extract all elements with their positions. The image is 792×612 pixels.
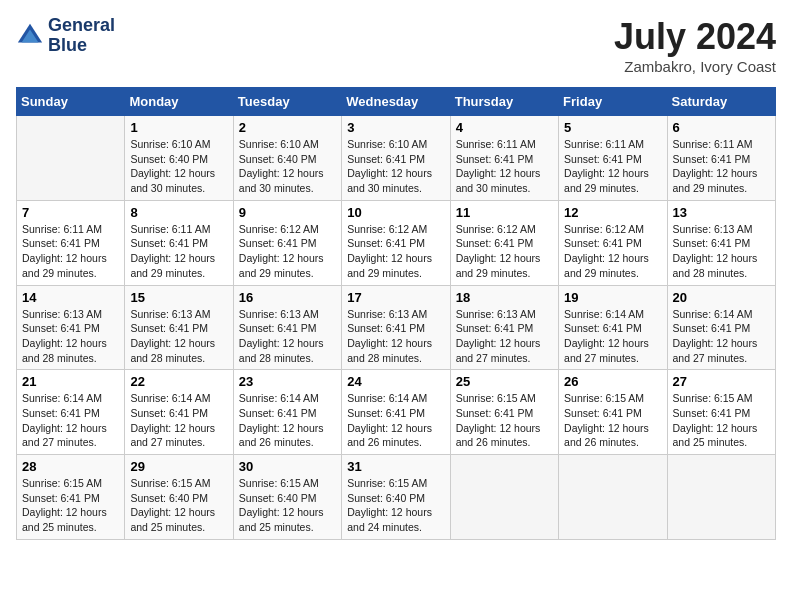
day-info: Sunrise: 6:11 AMSunset: 6:41 PMDaylight:… [22,222,119,281]
day-number: 10 [347,205,444,220]
day-info: Sunrise: 6:12 AMSunset: 6:41 PMDaylight:… [564,222,661,281]
day-info: Sunrise: 6:13 AMSunset: 6:41 PMDaylight:… [239,307,336,366]
calendar-cell [559,455,667,540]
day-number: 26 [564,374,661,389]
calendar-cell [17,116,125,201]
day-number: 3 [347,120,444,135]
day-info: Sunrise: 6:13 AMSunset: 6:41 PMDaylight:… [456,307,553,366]
day-info: Sunrise: 6:10 AMSunset: 6:40 PMDaylight:… [239,137,336,196]
calendar-week-row: 1Sunrise: 6:10 AMSunset: 6:40 PMDaylight… [17,116,776,201]
calendar-cell: 2Sunrise: 6:10 AMSunset: 6:40 PMDaylight… [233,116,341,201]
day-number: 14 [22,290,119,305]
day-info: Sunrise: 6:11 AMSunset: 6:41 PMDaylight:… [564,137,661,196]
day-header-monday: Monday [125,88,233,116]
day-info: Sunrise: 6:15 AMSunset: 6:40 PMDaylight:… [239,476,336,535]
day-info: Sunrise: 6:15 AMSunset: 6:40 PMDaylight:… [130,476,227,535]
calendar-cell: 18Sunrise: 6:13 AMSunset: 6:41 PMDayligh… [450,285,558,370]
calendar-cell: 12Sunrise: 6:12 AMSunset: 6:41 PMDayligh… [559,200,667,285]
day-header-wednesday: Wednesday [342,88,450,116]
day-info: Sunrise: 6:11 AMSunset: 6:41 PMDaylight:… [130,222,227,281]
day-number: 6 [673,120,770,135]
day-header-thursday: Thursday [450,88,558,116]
title-section: July 2024 Zambakro, Ivory Coast [614,16,776,75]
calendar-cell: 8Sunrise: 6:11 AMSunset: 6:41 PMDaylight… [125,200,233,285]
day-number: 29 [130,459,227,474]
calendar-week-row: 28Sunrise: 6:15 AMSunset: 6:41 PMDayligh… [17,455,776,540]
calendar-cell: 21Sunrise: 6:14 AMSunset: 6:41 PMDayligh… [17,370,125,455]
day-number: 4 [456,120,553,135]
calendar-cell: 27Sunrise: 6:15 AMSunset: 6:41 PMDayligh… [667,370,775,455]
day-number: 1 [130,120,227,135]
day-header-sunday: Sunday [17,88,125,116]
day-number: 19 [564,290,661,305]
calendar-cell: 5Sunrise: 6:11 AMSunset: 6:41 PMDaylight… [559,116,667,201]
day-number: 5 [564,120,661,135]
page-header: General Blue July 2024 Zambakro, Ivory C… [16,16,776,75]
calendar-week-row: 7Sunrise: 6:11 AMSunset: 6:41 PMDaylight… [17,200,776,285]
calendar-cell: 3Sunrise: 6:10 AMSunset: 6:41 PMDaylight… [342,116,450,201]
day-info: Sunrise: 6:15 AMSunset: 6:41 PMDaylight:… [564,391,661,450]
day-info: Sunrise: 6:13 AMSunset: 6:41 PMDaylight:… [22,307,119,366]
day-number: 9 [239,205,336,220]
day-info: Sunrise: 6:14 AMSunset: 6:41 PMDaylight:… [673,307,770,366]
calendar-header-row: SundayMondayTuesdayWednesdayThursdayFrid… [17,88,776,116]
calendar-cell: 16Sunrise: 6:13 AMSunset: 6:41 PMDayligh… [233,285,341,370]
day-number: 30 [239,459,336,474]
day-info: Sunrise: 6:12 AMSunset: 6:41 PMDaylight:… [456,222,553,281]
day-header-tuesday: Tuesday [233,88,341,116]
calendar-cell: 7Sunrise: 6:11 AMSunset: 6:41 PMDaylight… [17,200,125,285]
calendar-cell: 24Sunrise: 6:14 AMSunset: 6:41 PMDayligh… [342,370,450,455]
day-info: Sunrise: 6:12 AMSunset: 6:41 PMDaylight:… [347,222,444,281]
day-info: Sunrise: 6:13 AMSunset: 6:41 PMDaylight:… [347,307,444,366]
day-info: Sunrise: 6:13 AMSunset: 6:41 PMDaylight:… [130,307,227,366]
day-number: 28 [22,459,119,474]
day-number: 21 [22,374,119,389]
day-number: 2 [239,120,336,135]
calendar-cell: 30Sunrise: 6:15 AMSunset: 6:40 PMDayligh… [233,455,341,540]
calendar-table: SundayMondayTuesdayWednesdayThursdayFrid… [16,87,776,540]
day-number: 16 [239,290,336,305]
day-info: Sunrise: 6:15 AMSunset: 6:41 PMDaylight:… [456,391,553,450]
calendar-cell: 28Sunrise: 6:15 AMSunset: 6:41 PMDayligh… [17,455,125,540]
day-info: Sunrise: 6:11 AMSunset: 6:41 PMDaylight:… [456,137,553,196]
calendar-cell: 6Sunrise: 6:11 AMSunset: 6:41 PMDaylight… [667,116,775,201]
calendar-cell: 29Sunrise: 6:15 AMSunset: 6:40 PMDayligh… [125,455,233,540]
calendar-title: July 2024 [614,16,776,58]
calendar-cell: 26Sunrise: 6:15 AMSunset: 6:41 PMDayligh… [559,370,667,455]
day-number: 20 [673,290,770,305]
calendar-cell [450,455,558,540]
calendar-cell: 10Sunrise: 6:12 AMSunset: 6:41 PMDayligh… [342,200,450,285]
day-number: 22 [130,374,227,389]
day-info: Sunrise: 6:14 AMSunset: 6:41 PMDaylight:… [347,391,444,450]
day-info: Sunrise: 6:14 AMSunset: 6:41 PMDaylight:… [22,391,119,450]
day-number: 27 [673,374,770,389]
day-number: 15 [130,290,227,305]
calendar-subtitle: Zambakro, Ivory Coast [614,58,776,75]
day-number: 23 [239,374,336,389]
calendar-week-row: 21Sunrise: 6:14 AMSunset: 6:41 PMDayligh… [17,370,776,455]
day-info: Sunrise: 6:10 AMSunset: 6:41 PMDaylight:… [347,137,444,196]
logo-text: General Blue [48,16,115,56]
calendar-cell: 25Sunrise: 6:15 AMSunset: 6:41 PMDayligh… [450,370,558,455]
calendar-cell: 15Sunrise: 6:13 AMSunset: 6:41 PMDayligh… [125,285,233,370]
day-header-saturday: Saturday [667,88,775,116]
day-number: 25 [456,374,553,389]
calendar-cell: 31Sunrise: 6:15 AMSunset: 6:40 PMDayligh… [342,455,450,540]
day-header-friday: Friday [559,88,667,116]
day-info: Sunrise: 6:13 AMSunset: 6:41 PMDaylight:… [673,222,770,281]
calendar-cell: 19Sunrise: 6:14 AMSunset: 6:41 PMDayligh… [559,285,667,370]
calendar-cell: 23Sunrise: 6:14 AMSunset: 6:41 PMDayligh… [233,370,341,455]
day-info: Sunrise: 6:14 AMSunset: 6:41 PMDaylight:… [564,307,661,366]
day-info: Sunrise: 6:14 AMSunset: 6:41 PMDaylight:… [130,391,227,450]
calendar-cell: 14Sunrise: 6:13 AMSunset: 6:41 PMDayligh… [17,285,125,370]
calendar-cell: 1Sunrise: 6:10 AMSunset: 6:40 PMDaylight… [125,116,233,201]
calendar-cell: 13Sunrise: 6:13 AMSunset: 6:41 PMDayligh… [667,200,775,285]
day-number: 24 [347,374,444,389]
day-info: Sunrise: 6:15 AMSunset: 6:41 PMDaylight:… [673,391,770,450]
day-number: 8 [130,205,227,220]
day-number: 11 [456,205,553,220]
day-info: Sunrise: 6:14 AMSunset: 6:41 PMDaylight:… [239,391,336,450]
day-number: 18 [456,290,553,305]
day-number: 12 [564,205,661,220]
calendar-cell: 22Sunrise: 6:14 AMSunset: 6:41 PMDayligh… [125,370,233,455]
